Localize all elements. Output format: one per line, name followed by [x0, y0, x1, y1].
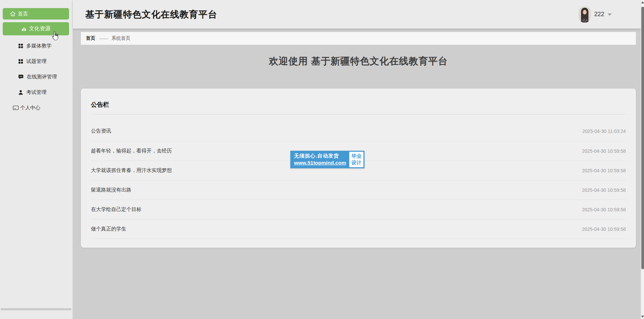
sidebar-item-question-management[interactable]: 试题管理 — [0, 54, 72, 69]
sidebar-item-exam-management[interactable]: 考试管理 — [0, 84, 72, 100]
sidebar-item-personal-center[interactable]: 个人中心 — [0, 100, 72, 115]
announcement-title: 趁着年轻，输得起，看得开，去经历 — [91, 148, 172, 154]
header: 基于新疆特色文化在线教育平台 222 — [73, 0, 644, 29]
breadcrumb-home-link[interactable]: 首页 — [86, 35, 95, 41]
announcement-row[interactable]: 留退路就没有出路 2025-04-30 10:59:58 — [91, 180, 626, 200]
sidebar-item-label: 多媒体教学 — [26, 43, 52, 49]
watermark-badge: 无须担心.自动发货 www.51topmind.com 毕业 设计 — [290, 151, 364, 168]
grid-icon — [18, 43, 23, 48]
scroll-up-arrow[interactable] — [641, 0, 644, 5]
announcement-date: 2025-04-30 10:59:58 — [582, 207, 626, 212]
card-icon — [13, 105, 19, 110]
sidebar-item-label: 文化资源 — [29, 25, 51, 32]
announcement-title: 做个真正的学生 — [91, 226, 126, 232]
watermark-tag: 毕业 设计 — [349, 152, 363, 167]
sidebar-item-culture-resources[interactable]: 文化资源 — [3, 22, 69, 35]
sidebar: 首页 文化资源 — [0, 0, 73, 319]
user-menu[interactable]: 222 — [579, 6, 612, 23]
sidebar-divider — [1, 308, 71, 310]
announcement-date: 2025-04-30 10:59:58 — [582, 226, 626, 232]
announcement-date: 2025-04-30 10:59:58 — [582, 148, 626, 154]
home-icon — [10, 11, 15, 16]
announcement-date: 2025-04-30 10:59:58 — [582, 187, 626, 193]
page-title: 基于新疆特色文化在线教育平台 — [85, 8, 217, 21]
announcement-title: 公告资讯 — [91, 128, 111, 134]
welcome-heading: 欢迎使用 基于新疆特色文化在线教育平台 — [81, 55, 636, 68]
app-window: 首页 文化资源 — [0, 0, 644, 319]
sidebar-item-multimedia[interactable]: 多媒体教学 — [0, 38, 72, 54]
watermark-tag-line: 毕业 — [351, 153, 361, 160]
board-title-divider — [91, 114, 626, 114]
watermark-slogan: 无须担心.自动发货 — [294, 153, 346, 159]
breadcrumb-separator: —— — [99, 36, 107, 41]
sidebar-item-label: 试题管理 — [26, 58, 46, 65]
sidebar-item-label: 首页 — [18, 11, 28, 17]
announcement-title: 在大学给自己定个目标 — [91, 206, 141, 213]
scroll-down-arrow[interactable] — [641, 314, 644, 319]
comment-icon — [18, 74, 24, 79]
announcement-row[interactable]: 在大学给自己定个目标 2025-04-30 10:59:58 — [91, 200, 626, 219]
sidebar-item-label: 考试管理 — [26, 89, 46, 96]
breadcrumb: 首页 —— 系统首页 — [81, 32, 636, 45]
sidebar-menu: 多媒体教学 试题管理 — [0, 38, 72, 115]
announcement-title: 留退路就没有出路 — [91, 187, 131, 193]
watermark-text: 无须担心.自动发货 www.51topmind.com — [291, 152, 349, 167]
announcement-row[interactable]: 做个真正的学生 2025-04-30 10:59:58 — [91, 219, 626, 239]
avatar[interactable] — [579, 6, 591, 23]
username: 222 — [594, 11, 604, 18]
main-content: 首页 —— 系统首页 欢迎使用 基于新疆特色文化在线教育平台 公告栏 公告资讯 … — [73, 29, 644, 319]
user-icon — [18, 90, 23, 95]
announcement-row[interactable]: 公告资讯 2025-04-30 11:03:24 — [91, 118, 626, 141]
announcement-title: 大学就该抓住青春，用汗水实现梦想 — [91, 167, 172, 174]
announcement-date: 2025-04-30 11:03:24 — [582, 129, 626, 134]
announcement-list: 公告资讯 2025-04-30 11:03:24 趁着年轻，输得起，看得开，去经… — [91, 118, 626, 239]
chevron-down-icon — [608, 13, 612, 16]
scrollbar[interactable] — [641, 0, 644, 319]
bar-chart-icon — [21, 26, 27, 32]
grid-icon — [18, 59, 23, 64]
sidebar-item-label: 在线测评管理 — [27, 74, 57, 80]
breadcrumb-current: 系统首页 — [111, 35, 130, 41]
board-title: 公告栏 — [91, 88, 626, 109]
sidebar-item-label: 个人中心 — [20, 105, 40, 111]
watermark-tag-line: 设计 — [351, 160, 361, 166]
scrollbar-thumb[interactable] — [641, 7, 644, 269]
sidebar-item-online-evaluation[interactable]: 在线测评管理 — [0, 69, 72, 84]
announcement-date: 2025-04-30 10:59:58 — [582, 168, 626, 173]
sidebar-item-home[interactable]: 首页 — [3, 8, 69, 20]
watermark-url: www.51topmind.com — [294, 160, 346, 166]
